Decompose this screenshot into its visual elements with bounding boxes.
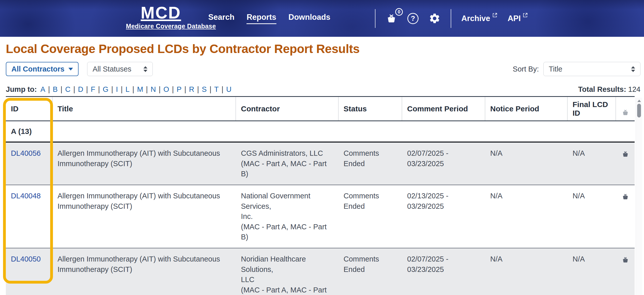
page-title: Local Coverage Proposed LCDs by Contract… [6, 42, 640, 56]
jump-separator: | [184, 85, 186, 94]
jump-separator: | [146, 85, 148, 94]
lcd-id-link[interactable]: DL40048 [11, 192, 41, 200]
jump-link-d[interactable]: D [78, 85, 83, 94]
column-header-id[interactable]: ID [6, 97, 52, 120]
contractor-dropdown[interactable]: All Contractors [6, 62, 79, 76]
jump-link-l[interactable]: L [125, 85, 129, 94]
sort-by-label: Sort By: [513, 65, 539, 73]
jump-link-o[interactable]: O [163, 85, 169, 94]
jump-link-p[interactable]: P [177, 85, 181, 94]
jump-link-u[interactable]: U [226, 85, 232, 94]
jump-separator: | [98, 85, 100, 94]
column-header-status[interactable]: Status [338, 97, 402, 120]
settings-button[interactable] [429, 12, 441, 24]
column-header-notice-period[interactable]: Notice Period [485, 97, 567, 120]
jump-link-r[interactable]: R [189, 85, 194, 94]
contractor-cell: Noridian Healthcare Solutions, LLC (MAC … [236, 248, 338, 295]
status-cell: Comments Ended [338, 143, 402, 185]
jump-separator: | [73, 85, 75, 94]
jump-to-label: Jump to: [6, 85, 37, 94]
comment-period-cell: 02/13/2025 - 03/29/2025 [402, 185, 485, 248]
column-header-comment-period[interactable]: Comment Period [402, 97, 485, 120]
status-cell: Comments Ended [338, 248, 402, 295]
sort-group: Sort By: Title [513, 62, 640, 76]
external-link-icon [492, 12, 498, 18]
column-header-basket [616, 97, 635, 120]
jump-separator: | [221, 85, 223, 94]
column-header-title[interactable]: Title [52, 97, 236, 120]
main-content: Local Coverage Proposed LCDs by Contract… [0, 42, 644, 295]
jump-separator: | [132, 85, 134, 94]
jump-separator: | [111, 85, 113, 94]
nav-downloads[interactable]: Downloads [289, 13, 330, 24]
status-dropdown[interactable]: All Statuses [87, 62, 153, 76]
notice-period-cell: N/A [485, 248, 567, 295]
nav-search[interactable]: Search [208, 13, 234, 24]
jump-separator: | [48, 85, 50, 94]
external-link-icon [522, 12, 528, 18]
add-to-basket-icon[interactable] [621, 150, 629, 158]
toolbar-divider [451, 9, 451, 28]
header-toolbar: 0 ? Archive API [375, 0, 528, 37]
table-row: DL40050 Allergen Immunotherapy (AIT) wit… [6, 248, 635, 295]
final-lcd-id-cell: N/A [567, 143, 616, 185]
sort-by-dropdown[interactable]: Title [543, 62, 640, 76]
archive-link[interactable]: Archive [461, 14, 498, 23]
total-results-label: Total Results: [578, 85, 626, 93]
contractor-dropdown-label: All Contractors [11, 65, 64, 73]
comment-period-cell: 02/07/2025 - 03/23/2025 [402, 143, 485, 185]
column-header-final-lcd-id[interactable]: Final LCD ID [567, 97, 616, 120]
column-header-contractor[interactable]: Contractor [236, 97, 338, 120]
notice-period-cell: N/A [485, 143, 567, 185]
select-arrows-icon [631, 66, 635, 72]
jump-link-c[interactable]: C [65, 85, 70, 94]
add-to-basket-icon[interactable] [621, 256, 629, 264]
jump-link-t[interactable]: T [214, 85, 219, 94]
lcd-id-link[interactable]: DL40050 [11, 255, 41, 263]
api-link[interactable]: API [508, 14, 528, 23]
help-button[interactable]: ? [407, 13, 419, 24]
mcd-logo[interactable]: MCD Medicare Coverage Database [126, 4, 196, 30]
jump-link-b[interactable]: B [53, 85, 58, 94]
status-cell: Comments Ended [338, 185, 402, 248]
group-row-a: A (13) [6, 121, 635, 143]
jump-link-f[interactable]: F [91, 85, 95, 94]
jump-links: Jump to: A|B|C|D|F|G|I|L|M|N|O|P|R|S|T|U [6, 85, 232, 94]
api-link-label: API [508, 14, 521, 23]
chevron-down-icon [68, 68, 73, 71]
basket-icon [386, 13, 397, 24]
help-icon: ? [407, 13, 419, 24]
jump-separator: | [197, 85, 199, 94]
scrollbar-up-arrow[interactable] [637, 100, 641, 102]
main-nav: Search Reports Downloads [208, 0, 330, 37]
table-scrollbar[interactable] [636, 98, 642, 295]
comment-period-cell: 02/07/2025 - 03/23/2025 [402, 248, 485, 295]
jump-link-a[interactable]: A [40, 85, 45, 94]
select-arrows-icon [143, 66, 147, 72]
total-results-value: 124 [628, 85, 640, 93]
jump-link-g[interactable]: G [103, 85, 108, 94]
jump-link-i[interactable]: I [116, 85, 118, 94]
scrollbar-thumb[interactable] [637, 104, 641, 117]
table-header-row: ID Title Contractor Status Comment Perio… [6, 97, 635, 121]
jump-link-n[interactable]: N [151, 85, 156, 94]
jump-separator: | [86, 85, 88, 94]
add-to-basket-icon[interactable] [621, 193, 629, 201]
basket-cell[interactable] [616, 248, 635, 295]
jump-bar: Jump to: A|B|C|D|F|G|I|L|M|N|O|P|R|S|T|U… [6, 85, 640, 94]
nav-reports[interactable]: Reports [247, 13, 276, 24]
basket-cell[interactable] [616, 143, 635, 185]
title-cell: Allergen Immunotherapy (AIT) with Subcut… [52, 143, 236, 185]
title-cell: Allergen Immunotherapy (AIT) with Subcut… [52, 248, 236, 295]
jump-link-s[interactable]: S [202, 85, 207, 94]
lcd-id-link[interactable]: DL40056 [11, 149, 41, 157]
basket-cell[interactable] [616, 185, 635, 248]
results-table: ID Title Contractor Status Comment Perio… [6, 96, 635, 295]
jump-link-m[interactable]: M [137, 85, 143, 94]
table-row: DL40048 Allergen Immunotherapy (AIT) wit… [6, 185, 635, 248]
table-body: DL40056 Allergen Immunotherapy (AIT) wit… [6, 143, 635, 295]
gear-icon [429, 12, 441, 24]
basket-button[interactable]: 0 [386, 13, 397, 24]
id-cell: DL40048 [6, 185, 52, 248]
final-lcd-id-cell: N/A [567, 248, 616, 295]
